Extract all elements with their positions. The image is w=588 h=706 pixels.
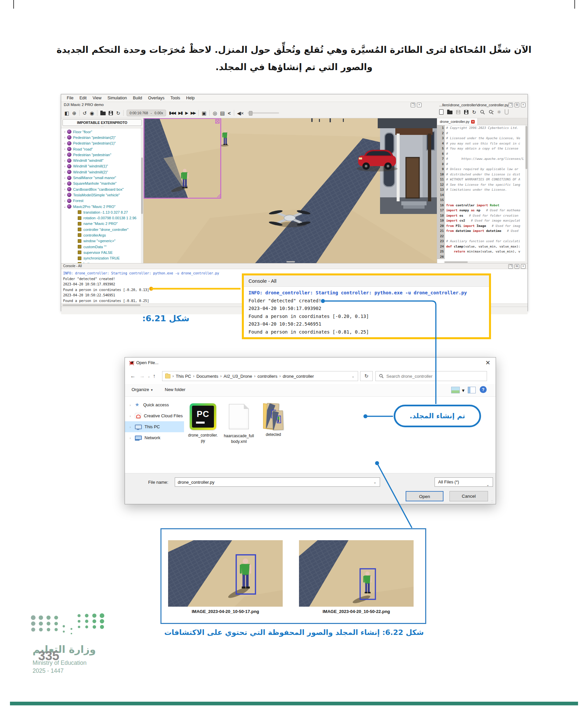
- view-dropdown-icon[interactable]: ▼: [461, 388, 465, 393]
- tree-item[interactable]: supervisor FALSE: [61, 249, 143, 255]
- tree-item[interactable]: ›SquareManhole "manhole": [61, 181, 143, 186]
- 3d-cube-icon[interactable]: ▣: [202, 111, 206, 116]
- up-icon[interactable]: ↑: [153, 373, 155, 379]
- tree-item[interactable]: ›Forest: [61, 198, 143, 204]
- maximize-icon[interactable]: ⧉: [515, 264, 519, 269]
- step-icon[interactable]: ▶▮: [179, 111, 182, 115]
- open-world-icon[interactable]: [100, 112, 106, 115]
- menu-help[interactable]: Help: [183, 96, 198, 100]
- editor-hscrollbar[interactable]: [444, 261, 525, 263]
- importable-externproto-button[interactable]: IMPORTABLE EXTERNPROTO: [63, 119, 142, 126]
- tree-item[interactable]: name "Mavic 2 PRO": [61, 221, 143, 227]
- breadcrumb-dropdown-icon[interactable]: ⌄: [351, 375, 358, 378]
- back-icon[interactable]: ←: [130, 373, 135, 379]
- menu-view[interactable]: View: [90, 96, 105, 100]
- file-item-haarcascade[interactable]: haarcascade_full body.xml: [221, 403, 257, 444]
- tree-item[interactable]: ›Windmill "windmill(1)": [61, 163, 143, 169]
- tree-scrollbar[interactable]: [141, 128, 143, 263]
- file-name-input[interactable]: [175, 477, 380, 487]
- tree-item[interactable]: customData "": [61, 244, 143, 249]
- sidebar-item-this-pc[interactable]: ›This PC: [125, 421, 184, 432]
- save-as-icon[interactable]: [464, 110, 468, 114]
- tree-item[interactable]: battery: [61, 261, 143, 263]
- tree-item[interactable]: ›Floor "floor": [61, 129, 143, 134]
- save-world-icon[interactable]: [109, 111, 113, 115]
- open-button[interactable]: Open: [406, 491, 443, 501]
- screenshot-icon[interactable]: ◎: [212, 111, 217, 116]
- tree-item[interactable]: ›Windmill "windmill": [61, 157, 143, 163]
- thumbnail-view-icon[interactable]: [451, 387, 460, 393]
- minimize-icon[interactable]: ❒: [508, 103, 513, 107]
- revert-file-icon[interactable]: ↻: [472, 110, 476, 115]
- find-replace-icon[interactable]: +: [489, 110, 494, 115]
- tree-item[interactable]: ›TeslaModel3Simple "vehicle": [61, 192, 143, 198]
- target-icon[interactable]: ◉: [90, 111, 94, 116]
- breadcrumb-item[interactable]: Documents: [196, 374, 218, 379]
- sidebar-item-network[interactable]: ›Network: [125, 432, 184, 443]
- menu-build[interactable]: Build: [130, 96, 145, 100]
- tab-drone-controller[interactable]: drone_controller.py ✕: [437, 118, 478, 125]
- sidebar-item-quick-access[interactable]: ›Quick access: [125, 399, 184, 410]
- tree-item[interactable]: ›Road "road": [61, 146, 143, 152]
- share-icon[interactable]: <: [228, 111, 231, 116]
- tree-item[interactable]: synchronization TRUE: [61, 256, 143, 261]
- tree-item[interactable]: ⌄Mavic2Pro "Mavic 2 PRO": [61, 204, 143, 209]
- tree-item[interactable]: ›CardboardBox "cardboard box": [61, 186, 143, 192]
- file-item-drone-controller[interactable]: PC drone_controller. py: [185, 403, 221, 444]
- new-file-icon[interactable]: [439, 109, 443, 115]
- menu-overlays[interactable]: Overlays: [145, 96, 167, 100]
- rewind-icon[interactable]: ▮◀◀: [169, 111, 175, 115]
- cancel-button[interactable]: Cancel: [449, 491, 488, 501]
- sidebar-item-creative-cloud-files[interactable]: ›Creative Cloud Files: [125, 410, 184, 421]
- breadcrumb-item[interactable]: drone_controller: [283, 374, 314, 379]
- refresh-button[interactable]: ↻: [360, 371, 373, 381]
- organize-button[interactable]: Organize ▼: [131, 387, 153, 392]
- file-item-detected[interactable]: detected: [255, 403, 292, 438]
- search-box[interactable]: Search drone_controller: [376, 371, 487, 381]
- history-chevron-icon[interactable]: ⌄: [148, 375, 150, 378]
- fast-forward-icon[interactable]: ▶▶: [191, 111, 195, 115]
- new-folder-button[interactable]: New folder: [165, 387, 185, 392]
- menu-file[interactable]: File: [64, 96, 76, 100]
- breadcrumb-item[interactable]: This PC: [176, 374, 191, 379]
- tree-item[interactable]: controllerArgs: [61, 232, 143, 238]
- close-tab-icon[interactable]: ✕: [471, 120, 475, 124]
- tree-item[interactable]: translation -1.13 0.327 8.27: [61, 209, 143, 215]
- tree-item[interactable]: window "<generic>": [61, 238, 143, 244]
- forward-icon[interactable]: →: [140, 373, 145, 379]
- preview-pane-icon[interactable]: [468, 387, 476, 393]
- tree-item[interactable]: rotation -0.00798 0.00138 1 2.96: [61, 215, 143, 221]
- float-icon[interactable]: ⧉: [515, 103, 519, 107]
- close-icon[interactable]: ×: [417, 103, 422, 107]
- find-icon[interactable]: [480, 110, 485, 115]
- file-name-dropdown-icon[interactable]: ⌄: [374, 480, 377, 484]
- tree-item[interactable]: ›Windmill "windmill(2)": [61, 169, 143, 175]
- open-file-icon[interactable]: [447, 111, 453, 114]
- speaker-icon[interactable]: ◀×: [237, 111, 244, 116]
- menu-tools[interactable]: Tools: [167, 96, 183, 100]
- close-icon[interactable]: ×: [521, 103, 525, 107]
- editor-scrollbar[interactable]: [525, 125, 527, 263]
- maximize-icon[interactable]: ❒: [410, 103, 415, 107]
- movie-icon[interactable]: ▤: [220, 111, 225, 116]
- menu-simulation[interactable]: Simulation: [105, 96, 130, 100]
- code-editor[interactable]: 1# Copyright 1996-2023 Cyberbotics Ltd.2…: [437, 125, 527, 263]
- add-node-icon[interactable]: ⊕: [72, 111, 76, 116]
- 3d-viewport[interactable]: [144, 118, 437, 263]
- close-icon[interactable]: ×: [521, 264, 525, 269]
- reload-world-icon[interactable]: ↻: [116, 111, 120, 116]
- tree-item[interactable]: ›Pedestrian "pedestrian(1)": [61, 141, 143, 146]
- tree-item[interactable]: ›SmallManor "small manor": [61, 175, 143, 181]
- breadcrumb-item[interactable]: controllers: [258, 374, 277, 379]
- help-icon[interactable]: ?: [480, 386, 487, 393]
- tree-item[interactable]: controller "drone_controller": [61, 227, 143, 232]
- volume-slider[interactable]: [247, 112, 279, 114]
- tree-item[interactable]: ›Pedestrian "pedestrian(2)": [61, 134, 143, 140]
- file-type-select[interactable]: All Files (*) ⌄: [434, 477, 493, 487]
- resize-grip[interactable]: ∙∙∙∙: [491, 500, 494, 503]
- tree-item[interactable]: ›Pedestrian "pedestrian": [61, 152, 143, 157]
- float-icon[interactable]: ❒: [508, 264, 513, 269]
- close-icon[interactable]: ✕: [485, 359, 490, 366]
- camera-overlay[interactable]: [144, 118, 221, 198]
- toggle-panel-icon[interactable]: ◧: [65, 111, 69, 116]
